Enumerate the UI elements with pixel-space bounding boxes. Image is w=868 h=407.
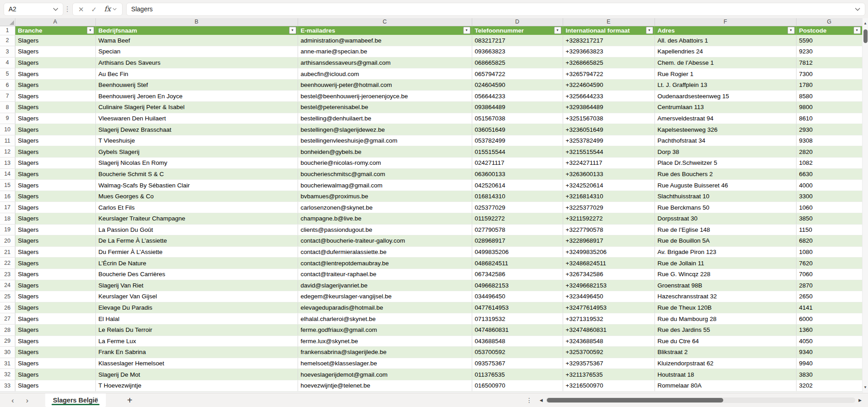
cell[interactable]: Slagers — [15, 46, 95, 57]
cell[interactable]: Slachthuisstraat 10 — [655, 191, 796, 202]
cell[interactable]: 9230 — [796, 46, 862, 57]
column-header-g[interactable]: G — [796, 18, 862, 26]
cell[interactable]: Mues Georges & Co — [95, 191, 298, 202]
cell[interactable]: 063600133 — [472, 168, 563, 180]
cell[interactable]: 7060 — [796, 268, 862, 280]
row-number[interactable]: 24 — [0, 280, 15, 291]
cell[interactable]: bestel@peterenisabel.be — [298, 102, 472, 113]
cell[interactable]: 0499835206 — [472, 246, 563, 258]
row-number[interactable]: 19 — [0, 224, 15, 235]
row-number[interactable]: 10 — [0, 124, 15, 135]
cell[interactable]: arthisansdessaveurs@gmail.com — [298, 57, 472, 68]
cell[interactable]: Slagerij Nicolas En Romy — [95, 158, 298, 169]
cell[interactable]: Elevage Du Paradis — [95, 302, 298, 313]
cell[interactable]: +3234496450 — [563, 291, 655, 302]
cell[interactable]: Rue de Jollain 11 — [655, 258, 796, 269]
cell[interactable]: +3263600133 — [563, 168, 655, 180]
cell[interactable]: 034496450 — [472, 291, 563, 302]
cell[interactable]: La Ferme Lux — [95, 335, 298, 347]
cell[interactable]: Slagers — [15, 146, 95, 158]
cell[interactable]: 2820 — [796, 146, 862, 158]
vertical-scrollbar[interactable]: ▲ ▼ — [862, 18, 868, 393]
cell[interactable]: david@slagerijvanriet.be — [298, 280, 472, 291]
cell[interactable]: Slagers — [15, 35, 95, 46]
cell[interactable]: beenhouwerij-peter@hotmail.com — [298, 79, 472, 91]
row-number[interactable]: 15 — [0, 180, 15, 191]
cell[interactable]: contact@lentrepotdemaubray.be — [298, 258, 472, 269]
cell[interactable]: 9940 — [796, 358, 862, 369]
cell[interactable]: Slagerij Van Riet — [95, 280, 298, 291]
cell[interactable]: Walmag-Scafs By Sébastien Clair — [95, 180, 298, 191]
cell[interactable]: Slagers — [15, 191, 95, 202]
row-number[interactable]: 23 — [0, 268, 15, 280]
cell[interactable]: Slagers — [15, 280, 95, 291]
cell[interactable]: Slagers — [15, 335, 95, 347]
cell[interactable]: 011592272 — [472, 213, 563, 225]
cell[interactable]: +3251567038 — [563, 113, 655, 124]
vertical-scrollbar-thumb[interactable] — [863, 29, 868, 43]
cell[interactable]: 1082 — [796, 158, 862, 169]
cell[interactable]: Kluizendorpstraat 62 — [655, 358, 796, 369]
cell[interactable]: Slagers — [15, 347, 95, 358]
cell[interactable]: Chem. de l’Abesse 1 — [655, 57, 796, 68]
header-cell-branche[interactable]: Branche▼ — [15, 26, 95, 35]
cell[interactable]: Pachthofstraat 34 — [655, 135, 796, 146]
header-cell-telefoonnummer[interactable]: Telefoonnummer▼ — [472, 26, 563, 35]
cell[interactable]: Keurslager Traiteur Champagne — [95, 213, 298, 225]
cell[interactable]: +3227790578 — [563, 224, 655, 235]
header-cell-emailadres[interactable]: E-mailadres▼ — [298, 26, 472, 35]
cell[interactable]: +3211592272 — [563, 213, 655, 225]
cell[interactable]: boucherie@nicolas-romy.com — [298, 158, 472, 169]
cell[interactable]: bonheiden@gybels.be — [298, 146, 472, 158]
row-number[interactable]: 33 — [0, 380, 15, 391]
cell[interactable]: 016814310 — [472, 191, 563, 202]
cell[interactable]: Rue G. Wincqz 228 — [655, 268, 796, 280]
cell[interactable]: Frank En Sabrina — [95, 347, 298, 358]
cell[interactable]: 0477614953 — [472, 302, 563, 313]
cell[interactable]: Keurslager Van Gijsel — [95, 291, 298, 302]
cell[interactable]: Le Relais Du Terroir — [95, 324, 298, 335]
cell[interactable]: Slagerij Dewez Brasschaat — [95, 124, 298, 135]
cell[interactable]: hoeveslagerijdemot@gmail.com — [298, 369, 472, 380]
tab-options-icon[interactable]: ⋮ — [526, 397, 532, 404]
cell[interactable]: 1080 — [796, 246, 862, 258]
scroll-right-icon[interactable]: ▶ — [859, 398, 862, 402]
expand-formula-bar-icon[interactable] — [855, 8, 860, 11]
cell[interactable]: Wama Beef — [95, 35, 298, 46]
cell[interactable]: 0474860831 — [472, 324, 563, 335]
cell[interactable]: Slagers — [15, 268, 95, 280]
cell[interactable]: 7620 — [796, 258, 862, 269]
cell[interactable]: Rue Rogier 1 — [655, 68, 796, 80]
cell[interactable]: T Hoevezwijntje — [95, 380, 298, 391]
row-number[interactable]: 12 — [0, 146, 15, 158]
cell[interactable]: +3271319532 — [563, 313, 655, 325]
sheet-tab-slagers-belgie[interactable]: Slagers België — [45, 393, 106, 407]
cell[interactable]: Boucherie Schmit S & C — [95, 168, 298, 180]
cell[interactable]: 043688548 — [472, 335, 563, 347]
cell[interactable]: 3300 — [796, 191, 862, 202]
cell[interactable]: Rommelaar 80A — [655, 380, 796, 391]
cell[interactable]: Slagers — [15, 380, 95, 391]
cell[interactable]: 065794722 — [472, 68, 563, 80]
horizontal-scrollbar[interactable]: ◀ ▶ — [540, 397, 862, 403]
cell[interactable]: +3224271117 — [563, 158, 655, 169]
filter-dropdown-icon[interactable]: ▼ — [463, 27, 470, 34]
cell[interactable]: Kapelsesteenweg 326 — [655, 124, 796, 135]
cell[interactable]: Houtstraat 18 — [655, 369, 796, 380]
confirm-entry-icon[interactable]: ✓ — [91, 6, 97, 13]
cell[interactable]: Blikstraat 2 — [655, 347, 796, 358]
cell[interactable]: 036051649 — [472, 124, 563, 135]
cell[interactable]: bvbamues@proximus.be — [298, 191, 472, 202]
filter-dropdown-icon[interactable]: ▼ — [646, 27, 653, 34]
cell[interactable]: ferme.lux@skynet.be — [298, 335, 472, 347]
cell[interactable]: Slagers — [15, 79, 95, 91]
cell[interactable]: 024271117 — [472, 158, 563, 169]
select-all-corner[interactable] — [0, 18, 15, 26]
cell[interactable]: 093663823 — [472, 46, 563, 57]
column-header-b[interactable]: B — [95, 18, 298, 26]
cell[interactable]: Slagers — [15, 213, 95, 225]
scroll-left-icon[interactable]: ◀ — [540, 398, 543, 402]
cell[interactable]: De La Ferme À L’assiette — [95, 235, 298, 247]
cell[interactable]: Hazeschransstraat 32 — [655, 291, 796, 302]
cell[interactable]: 067342586 — [472, 268, 563, 280]
